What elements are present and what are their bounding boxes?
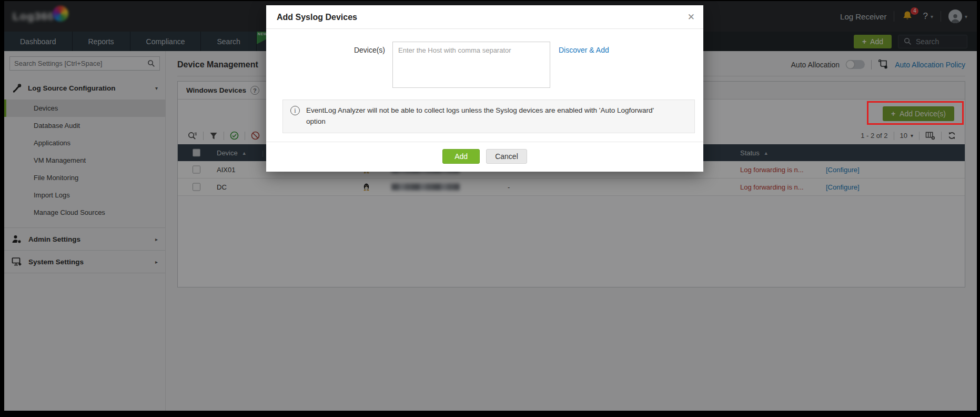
modal-body: Device(s) Discover & Add [266,42,703,88]
highlight-annotation-box [867,101,964,125]
info-text: EventLog Analyzer will not be able to co… [306,105,673,127]
discover-and-add-link[interactable]: Discover & Add [559,46,609,88]
devices-field-label: Device(s) [266,42,392,88]
close-icon[interactable]: ✕ [688,12,695,23]
cancel-button[interactable]: Cancel [486,149,527,164]
add-syslog-devices-modal: Add Syslog Devices ✕ Device(s) Discover … [266,5,703,172]
modal-footer: Add Cancel [266,142,703,172]
screenshot-frame: Log360 Log Receiver 4 ? ▾ [0,0,980,417]
devices-input[interactable] [392,42,550,88]
info-icon: i [290,106,300,115]
info-banner: i EventLog Analyzer will not be able to … [282,100,695,133]
add-button[interactable]: Add [442,149,480,164]
modal-header: Add Syslog Devices ✕ [266,5,703,29]
modal-title: Add Syslog Devices [277,13,357,22]
